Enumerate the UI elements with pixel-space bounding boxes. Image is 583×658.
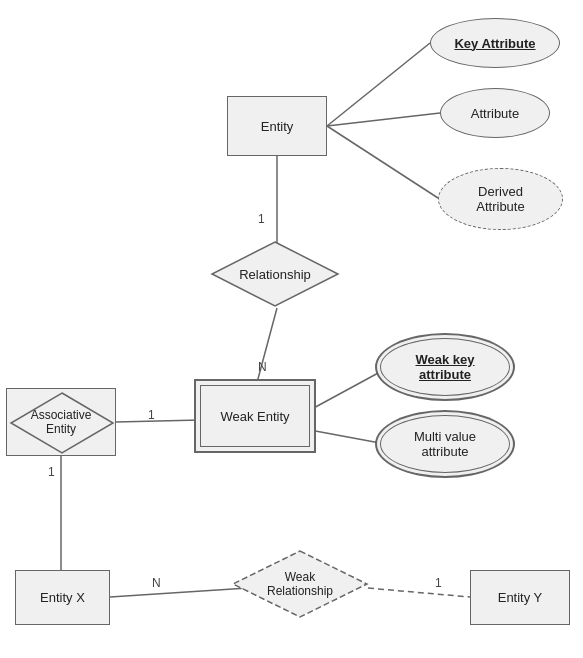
entity-label: Entity xyxy=(261,119,294,134)
label-na: N xyxy=(258,360,267,374)
associative-entity-label: AssociativeEntity xyxy=(31,408,92,436)
key-attribute-label: Key Attribute xyxy=(454,36,535,51)
derived-attribute-label: DerivedAttribute xyxy=(476,184,524,214)
weak-relationship-label: WeakRelationship xyxy=(267,570,333,598)
weak-key-attribute-label: Weak keyattribute xyxy=(415,352,474,382)
svg-line-1 xyxy=(327,113,440,126)
label-1a: 1 xyxy=(258,212,265,226)
attribute-label: Attribute xyxy=(471,106,519,121)
label-1b: 1 xyxy=(148,408,155,422)
svg-line-9 xyxy=(110,588,248,597)
multi-value-attribute-label: Multi valueattribute xyxy=(414,429,476,459)
svg-line-0 xyxy=(327,43,430,126)
entity-y-label: Entity Y xyxy=(498,590,543,605)
label-nb: N xyxy=(152,576,161,590)
key-attribute-node: Key Attribute xyxy=(430,18,560,68)
entity-x-label: Entity X xyxy=(40,590,85,605)
entity-y-node: Entity Y xyxy=(470,570,570,625)
entity-x-node: Entity X xyxy=(15,570,110,625)
relationship-diamond: Relationship xyxy=(210,240,340,308)
svg-line-7 xyxy=(116,420,200,422)
label-1d: 1 xyxy=(435,576,442,590)
derived-attribute-node: DerivedAttribute xyxy=(438,168,563,230)
svg-line-2 xyxy=(327,126,438,198)
svg-line-4 xyxy=(255,308,277,390)
associative-entity-node: AssociativeEntity xyxy=(6,388,116,456)
svg-line-6 xyxy=(310,430,380,443)
weak-entity-label: Weak Entity xyxy=(220,409,289,424)
erd-diagram: Entity Key Attribute Attribute DerivedAt… xyxy=(0,0,583,658)
svg-line-5 xyxy=(310,372,380,410)
weak-entity-node: Weak Entity xyxy=(200,385,310,447)
label-1c: 1 xyxy=(48,465,55,479)
svg-line-10 xyxy=(368,588,470,597)
weak-relationship-diamond: WeakRelationship xyxy=(230,548,370,620)
multi-value-attribute-node: Multi valueattribute xyxy=(380,415,510,473)
relationship-label: Relationship xyxy=(239,267,311,282)
entity-node: Entity xyxy=(227,96,327,156)
weak-key-attribute-node: Weak keyattribute xyxy=(380,338,510,396)
attribute-node: Attribute xyxy=(440,88,550,138)
